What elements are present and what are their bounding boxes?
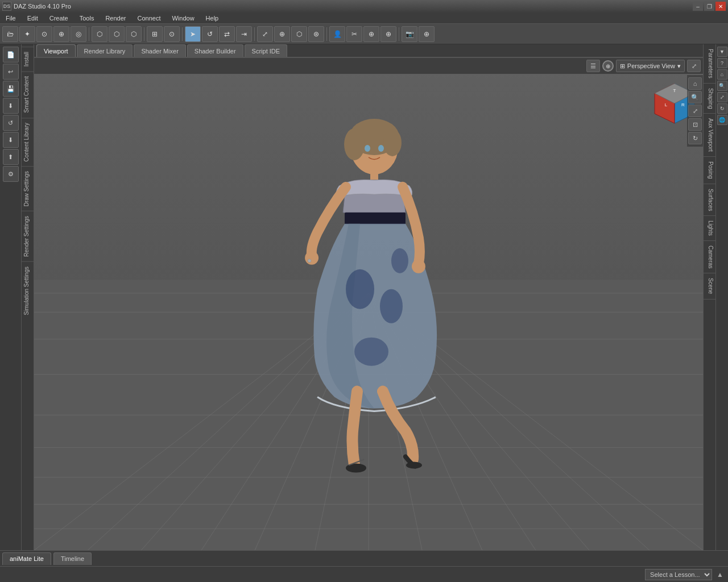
tab-shader-builder[interactable]: Shader Builder xyxy=(187,44,243,57)
sidebar-item-content-library[interactable]: Content Library xyxy=(22,118,34,166)
vp-maximize-btn[interactable]: ⤢ xyxy=(688,105,702,117)
sidebar-item-draw-settings[interactable]: Draw Settings xyxy=(22,166,34,211)
fr-btn1[interactable]: ▼ xyxy=(717,47,727,57)
menu-item-window[interactable]: Window xyxy=(168,14,197,23)
tab-scene[interactable]: Scene xyxy=(704,273,715,299)
vp-btn-expand[interactable]: ⤢ xyxy=(687,60,701,72)
svg-point-30 xyxy=(378,145,384,152)
lesson-select[interactable]: Select a Lesson... xyxy=(645,569,712,580)
toolbar-btn3[interactable]: ⊙ xyxy=(36,26,52,42)
toolbar-btn11[interactable]: ↺ xyxy=(202,26,218,42)
toolbar-new[interactable]: 🗁 xyxy=(2,26,18,42)
toolbar-btn22[interactable]: 📷 xyxy=(402,26,417,42)
tab-aux-viewport[interactable]: Aux Viewport xyxy=(704,114,715,157)
toolbar-btn13[interactable]: ⇥ xyxy=(236,26,252,42)
left-btn6[interactable]: ⬇ xyxy=(3,132,19,148)
vp-frame-btn[interactable]: ⊡ xyxy=(688,118,702,131)
vp-rotate-btn[interactable]: ↻ xyxy=(688,132,702,144)
tab-render-library[interactable]: Render Library xyxy=(77,44,133,57)
tab-viewport[interactable]: Viewport xyxy=(36,44,76,57)
vp-search-btn[interactable]: 🔍 xyxy=(688,91,702,103)
menu-item-render[interactable]: Render xyxy=(102,14,129,23)
toolbar-btn10[interactable]: ⊙ xyxy=(164,26,180,42)
toolbar-sep5 xyxy=(326,27,327,41)
menu-item-tools[interactable]: Tools xyxy=(76,14,98,23)
left-btn5[interactable]: ↺ xyxy=(3,115,19,131)
toolbar-btn5[interactable]: ◎ xyxy=(71,26,86,42)
sidebar-item-smart-content[interactable]: Smart Content xyxy=(22,71,34,117)
left-btn1[interactable]: 📄 xyxy=(3,47,19,63)
toolbar-btn19[interactable]: ✂ xyxy=(346,26,362,42)
fr-btn-help[interactable]: ? xyxy=(717,58,727,68)
svg-point-42 xyxy=(406,462,422,468)
toolbar-btn16[interactable]: ⬡ xyxy=(291,26,307,42)
perspective-view-icon: ⊞ xyxy=(620,63,625,70)
menu-item-create[interactable]: Create xyxy=(46,14,72,23)
sidebar-item-install[interactable]: Install xyxy=(22,47,34,71)
minimize-button[interactable]: – xyxy=(693,2,703,11)
menu-item-connect[interactable]: Connect xyxy=(134,14,164,23)
sidebar-item-simulation-settings[interactable]: Simulation Settings xyxy=(22,261,34,320)
viewport[interactable]: ☰ ⊕ ⊞ Perspective View ▾ ⤢ R L xyxy=(34,58,703,550)
menu-item-edit[interactable]: Edit xyxy=(24,14,42,23)
fr-btn-search[interactable]: 🔍 xyxy=(717,81,727,91)
vp-home-btn[interactable]: ⌂ xyxy=(688,77,702,90)
menu-item-file[interactable]: File xyxy=(2,14,19,23)
toolbar-btn2[interactable]: ✦ xyxy=(19,26,35,42)
svg-point-34 xyxy=(380,289,403,323)
toolbar-btn4[interactable]: ⊕ xyxy=(53,26,69,42)
toolbar-select[interactable]: ➤ xyxy=(185,26,201,42)
left-btn3[interactable]: 💾 xyxy=(3,81,19,97)
tab-surfaces[interactable]: Surfaces xyxy=(704,184,715,216)
app-title: DAZ Studio 4.10 Pro xyxy=(14,3,71,10)
tab-shaping[interactable]: Shaping xyxy=(704,84,715,114)
restore-button[interactable]: ❐ xyxy=(704,2,714,11)
tab-posing[interactable]: Posing xyxy=(704,157,715,184)
svg-point-28 xyxy=(383,129,402,156)
menu-item-help[interactable]: Help xyxy=(202,14,222,23)
chevron-down-icon: ▾ xyxy=(677,63,681,70)
toolbar-btn17[interactable]: ⊛ xyxy=(308,26,324,42)
btm-tab-animate[interactable]: aniMate Lite xyxy=(2,552,51,565)
titlebar-left: DS DAZ Studio 4.10 Pro xyxy=(2,2,71,11)
far-right-panel: ▼ ? ⌂ 🔍 ⤢ ↻ 🌐 xyxy=(715,44,728,550)
svg-text:R: R xyxy=(681,102,685,107)
toolbar-btn20[interactable]: ⊕ xyxy=(363,26,379,42)
svg-point-35 xyxy=(354,337,388,365)
perspective-view-dropdown[interactable]: ⊞ Perspective View ▾ xyxy=(616,60,685,72)
fr-btn-expand[interactable]: ⤢ xyxy=(717,92,727,102)
left-btn8[interactable]: ⚙ xyxy=(3,166,19,182)
toolbar-btn21[interactable]: ⊕ xyxy=(380,26,396,42)
tab-cameras[interactable]: Cameras xyxy=(704,241,715,274)
close-button[interactable]: ✕ xyxy=(715,2,726,11)
toolbar-btn7[interactable]: ⬡ xyxy=(109,26,125,42)
fr-btn-home[interactable]: ⌂ xyxy=(717,69,727,80)
fr-btn-globe[interactable]: 🌐 xyxy=(717,115,727,125)
toolbar-btn6[interactable]: ⬡ xyxy=(92,26,107,42)
tab-shader-mixer[interactable]: Shader Mixer xyxy=(134,44,185,57)
figure-svg xyxy=(260,107,477,477)
tab-parameters[interactable]: Parameters xyxy=(704,44,715,84)
tab-lights[interactable]: Lights xyxy=(704,216,715,241)
btm-tab-timeline[interactable]: Timeline xyxy=(53,552,92,565)
tab-script-ide[interactable]: Script IDE xyxy=(245,44,288,57)
toolbar-btn12[interactable]: ⇄ xyxy=(219,26,235,42)
toolbar-btn8[interactable]: ⬡ xyxy=(126,26,142,42)
toolbar-btn14[interactable]: ⤢ xyxy=(257,26,273,42)
left-btn2[interactable]: ↩ xyxy=(3,64,19,80)
app-logo: DS xyxy=(2,2,11,11)
toolbar-btn9[interactable]: ⊞ xyxy=(147,26,163,42)
left-btn7[interactable]: ⬆ xyxy=(3,149,19,165)
sidebar-item-render-settings[interactable]: Render Settings xyxy=(22,211,34,261)
toolbar-btn18[interactable]: 👤 xyxy=(329,26,345,42)
toolbar-btn23[interactable]: ⊕ xyxy=(419,26,435,42)
vp-btn-menu[interactable]: ☰ xyxy=(586,60,600,72)
status-up-icon[interactable]: ▲ xyxy=(717,571,723,579)
left-btn4[interactable]: ⬇ xyxy=(3,98,19,114)
toolbar: 🗁 ✦ ⊙ ⊕ ◎ ⬡ ⬡ ⬡ ⊞ ⊙ ➤ ↺ ⇄ ⇥ ⤢ ⊕ ⬡ ⊛ 👤 ✂ … xyxy=(0,24,728,44)
toolbar-btn15[interactable]: ⊕ xyxy=(274,26,290,42)
fr-btn-rotate[interactable]: ↻ xyxy=(717,103,727,114)
vp-compass[interactable]: ⊕ xyxy=(602,60,614,72)
svg-point-37 xyxy=(305,251,318,264)
left-panel: 📄 ↩ 💾 ⬇ ↺ ⬇ ⬆ ⚙ xyxy=(0,44,22,550)
